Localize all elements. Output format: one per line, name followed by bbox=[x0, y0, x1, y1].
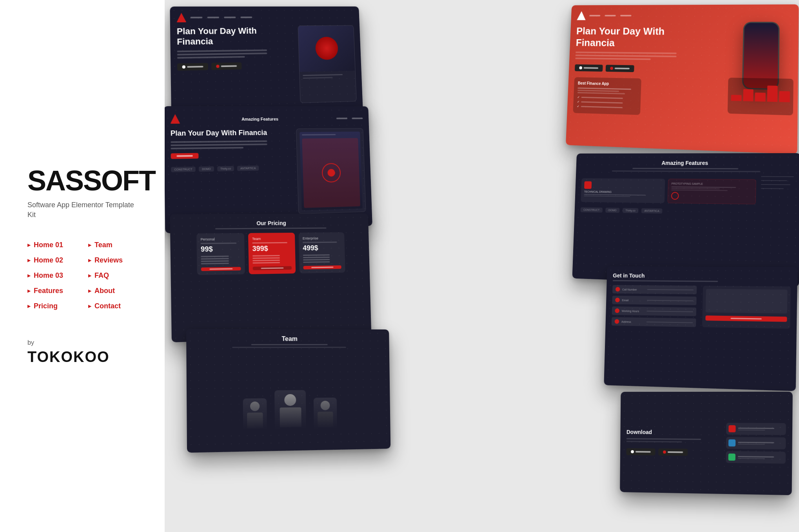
pricing-enterprise-label: Enterprise bbox=[303, 236, 341, 241]
left-panel: SASSOFT Software App Elementor Template … bbox=[0, 0, 165, 532]
screen4-title: Amazing Features bbox=[661, 160, 708, 166]
nav-features[interactable]: Features bbox=[27, 285, 80, 297]
nav-pricing[interactable]: Pricing bbox=[27, 300, 80, 312]
screen-team: Team bbox=[186, 329, 390, 453]
screen6-contact-title: Get in Touch bbox=[613, 272, 791, 280]
nav-contact[interactable]: Contact bbox=[88, 300, 141, 312]
pricing-personal-price: 99$ bbox=[201, 245, 241, 253]
nav-reviews[interactable]: Reviews bbox=[88, 255, 141, 266]
screen-download: Download bbox=[620, 392, 793, 495]
screen-home02-red: Plan Your Day With Financia bbox=[566, 4, 799, 154]
screen-contact: Get in Touch Call Number bbox=[604, 266, 797, 391]
pricing-team-price: 399$ bbox=[252, 244, 291, 253]
brand-subtitle: Software App Elementor Template Kit bbox=[27, 200, 141, 220]
screen3-features-title: Amazing Features bbox=[242, 117, 278, 121]
screen3-title: Plan Your Day With Financia bbox=[171, 128, 290, 138]
nav-home03[interactable]: Home 03 bbox=[27, 270, 80, 281]
screen7-team-title: Team bbox=[193, 335, 383, 342]
screen8-download-title: Download bbox=[626, 429, 720, 436]
screen2-title: Plan Your Day With Financia bbox=[576, 25, 704, 50]
screen-pricing: Our Pricing Personal 99$ bbox=[170, 214, 371, 342]
nav-home02[interactable]: Home 02 bbox=[27, 255, 80, 266]
navigation-grid: Home 01 Team Home 02 Reviews Home 03 FAQ… bbox=[27, 239, 141, 312]
pricing-personal-label: Personal bbox=[201, 237, 241, 241]
nav-team[interactable]: Team bbox=[88, 239, 141, 251]
brand-title: SASSOFT bbox=[27, 166, 141, 195]
by-label: by bbox=[27, 339, 141, 346]
pricing-enterprise-price: 499$ bbox=[303, 244, 341, 252]
screen5-pricing-title: Our Pricing bbox=[176, 220, 362, 227]
pricing-team-label: Team bbox=[252, 237, 291, 241]
nav-faq[interactable]: FAQ bbox=[88, 270, 141, 281]
nav-about[interactable]: About bbox=[88, 285, 141, 297]
creator-name: TOKOKOO bbox=[27, 349, 141, 366]
creator-section: by TOKOKOO bbox=[27, 339, 141, 366]
nav-home01[interactable]: Home 01 bbox=[27, 239, 80, 251]
screen1-title: Plan Your Day With Financia bbox=[177, 25, 289, 47]
mockup-showcase: Plan Your Day With Financia bbox=[165, 0, 799, 532]
